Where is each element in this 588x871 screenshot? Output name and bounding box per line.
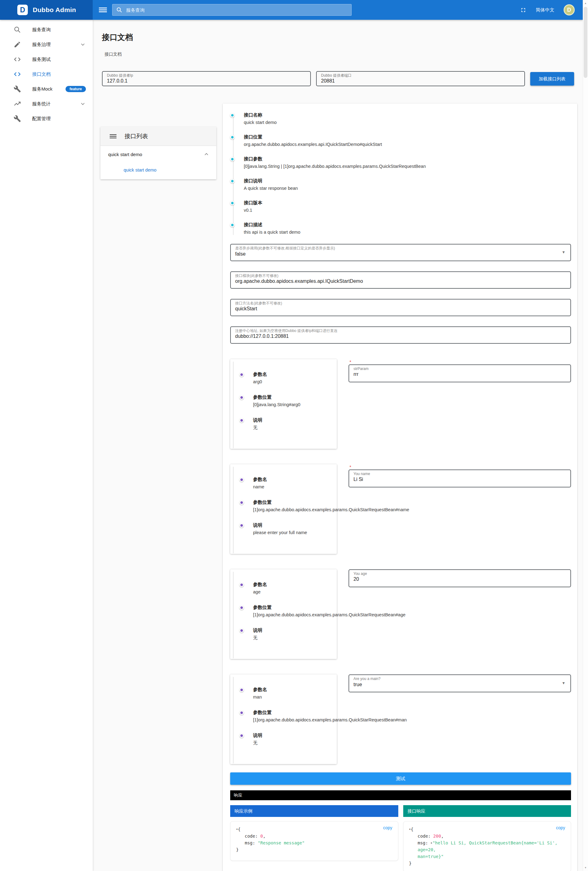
api-info-item: 接口版本 v0.1 (230, 200, 571, 214)
test-button[interactable]: 测试 (230, 772, 571, 785)
required-asterisk: * (349, 464, 571, 470)
age-param-input[interactable] (353, 576, 566, 582)
param-value: [1]org.apache.dubbo.apidocs.examples.par… (253, 612, 324, 618)
sidebar-item-api-docs[interactable]: 接口文档 (0, 67, 93, 82)
sidebar-item-service-test[interactable]: 服务测试 (0, 52, 93, 67)
timeline-dot (230, 223, 235, 227)
scroll-up-arrow-icon[interactable]: ▲ (583, 2, 588, 4)
doc-fields: 是否异步调用(此参数不可修改,根据接口定义的是否异步显示) false ▼ 接口… (230, 244, 571, 344)
sidebar-item-service-mock[interactable]: 服务Mock feature (0, 82, 93, 96)
api-info-value: org.apache.dubbo.apidocs.examples.api.IQ… (244, 141, 571, 148)
man-param-select[interactable]: Are you a main? true ▼ (349, 674, 571, 692)
language-switcher[interactable]: 简体中文 (536, 7, 554, 13)
method-field[interactable]: 接口方法名(此参数不可修改) (230, 299, 571, 316)
api-info-label: 接口描述 (244, 222, 571, 228)
param-row: 说明 please enter your full name (239, 522, 331, 540)
avatar[interactable]: D (564, 4, 575, 15)
fullscreen-icon[interactable] (520, 7, 527, 13)
load-api-list-button[interactable]: 加载接口列表 (530, 72, 574, 85)
registry-input[interactable] (235, 333, 566, 339)
sidebar-item-label: 服务统计 (32, 101, 51, 107)
wrench-icon (13, 85, 21, 93)
age-param-label: You age (353, 572, 566, 576)
param-value: [1]org.apache.dubbo.apidocs.examples.par… (253, 507, 324, 513)
search-icon (13, 26, 21, 33)
search-icon (116, 7, 122, 13)
sidebar-item-config-management[interactable]: 配置管理 (0, 111, 93, 126)
api-list-title: 接口列表 (124, 132, 148, 140)
page-title: 接口文档 (102, 32, 583, 42)
response-example-json-card: copy ▾{ code: 0, msg: "Response message"… (230, 821, 398, 861)
name-param-input[interactable] (353, 476, 566, 482)
menu-icon[interactable] (99, 6, 107, 14)
param-label: 参数位置 (253, 500, 331, 505)
param-row: 说明 无 (239, 417, 331, 435)
provider-ip-input[interactable] (107, 78, 306, 84)
page-scrollbar[interactable]: ▲ ▼ (583, 0, 588, 871)
sidebar-item-service-governance[interactable]: 服务治理 (0, 37, 93, 52)
api-info-label: 接口说明 (244, 178, 571, 184)
search-box[interactable] (112, 4, 352, 16)
dropdown-caret-icon: ▼ (562, 681, 566, 685)
name-param-field[interactable]: You name (349, 470, 571, 488)
sidebar-item-label: 服务Mock (32, 86, 52, 92)
str-param-input[interactable] (353, 371, 566, 377)
async-select-label: 是否异步调用(此参数不可修改,根据接口定义的是否异步显示) (235, 246, 566, 250)
timeline-dot (239, 523, 244, 528)
module-field[interactable]: 接口模块(此参数不可修改) (230, 271, 571, 289)
timeline-dot (230, 135, 235, 139)
menu-icon[interactable] (110, 133, 117, 140)
str-param-field[interactable]: strParam (349, 364, 571, 382)
age-param-field[interactable]: You age (349, 569, 571, 587)
param-block-arg0: 参数名 arg0 参数位置 [0]java.lang.String#arg0 说… (230, 359, 571, 449)
api-info-label: 接口位置 (244, 134, 571, 140)
async-select[interactable]: 是否异步调用(此参数不可修改,根据接口定义的是否异步显示) false ▼ (230, 244, 571, 261)
registry-field[interactable]: 注册中心地址, 如果为空将使用Dubbo 提供者Ip和端口进行直连 (230, 326, 571, 344)
avatar-letter: D (567, 7, 571, 13)
api-info-item: 接口描述 this api is a quick start demo (230, 222, 571, 235)
api-group-label: quick start demo (108, 152, 142, 157)
async-select-value: false (235, 250, 566, 257)
method-input[interactable] (235, 305, 566, 311)
module-input[interactable] (235, 278, 566, 284)
content-row: 接口列表 quick start demo quick start demo 接… (100, 103, 577, 871)
scrollbar-thumb[interactable] (584, 7, 587, 78)
provider-port-input[interactable] (321, 78, 520, 84)
response-columns: 响应示例 copy ▾{ code: 0, msg: "Response mes… (230, 805, 571, 871)
response-actual-json-card: copy ▾{ code: 200, msg: ▸"hello Li Si, Q… (403, 821, 571, 871)
provider-ip-field[interactable]: Dubbo 提供者Ip (102, 71, 311, 86)
scroll-down-arrow-icon[interactable]: ▼ (583, 867, 588, 869)
sidebar-item-service-search[interactable]: 服务查询 (0, 22, 93, 37)
param-value: 无 (253, 424, 324, 431)
breadcrumb[interactable]: 接口文档 (105, 52, 583, 57)
api-info-value: this api is a quick start demo (244, 229, 571, 235)
param-card: 参数名 name 参数位置 [1]org.apache.dubbo.apidoc… (230, 464, 337, 554)
provider-port-label: Dubbo 提供者端口 (321, 73, 520, 78)
copy-link[interactable]: copy (556, 825, 565, 830)
param-label: 说明 (253, 627, 331, 633)
param-value: [0]java.lang.String#arg0 (253, 401, 324, 408)
copy-link[interactable]: copy (383, 825, 392, 830)
param-row: 说明 无 (239, 733, 331, 750)
search-input[interactable] (126, 7, 348, 13)
dubbo-logo: D (17, 4, 28, 15)
sidebar-item-service-statistics[interactable]: 服务统计 (0, 96, 93, 111)
provider-port-field[interactable]: Dubbo 提供者端口 (316, 71, 525, 86)
api-group-row[interactable]: quick start demo (100, 146, 216, 163)
param-label: 参数位置 (253, 394, 331, 400)
chevron-down-icon (80, 42, 86, 48)
param-row: 参数名 arg0 (239, 371, 331, 389)
sidebar-item-label: 服务测试 (32, 57, 51, 63)
timeline-dot (239, 711, 244, 715)
response-actual-header: 接口响应 (403, 805, 571, 817)
api-info-item: 接口名称 quick start demo (230, 112, 571, 126)
api-list-item[interactable]: quick start demo (100, 163, 216, 177)
api-info-value: quick start demo (244, 119, 571, 126)
timeline-dot (239, 688, 244, 692)
param-card: 参数名 age 参数位置 [1]org.apache.dubbo.apidocs… (230, 569, 337, 659)
param-row: 说明 无 (239, 627, 331, 645)
api-info-value: v0.1 (244, 207, 571, 214)
param-input-area: * strParam (337, 359, 571, 449)
param-row: 参数名 name (239, 477, 331, 494)
timeline-dot (239, 583, 244, 587)
